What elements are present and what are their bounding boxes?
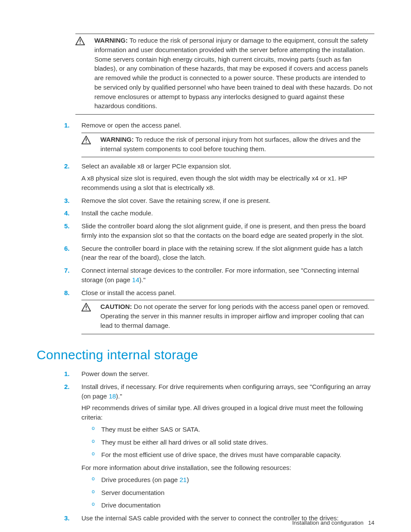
- warning-icon: [81, 135, 100, 154]
- warning-label: WARNING:: [94, 37, 128, 44]
- step-text: Slide the controller board along the slo…: [81, 221, 374, 240]
- caution-label: CAUTION:: [100, 303, 132, 310]
- step-number: 6.: [64, 244, 70, 253]
- svg-rect-5: [86, 309, 87, 310]
- svg-rect-4: [86, 306, 87, 308]
- page-link[interactable]: 21: [180, 476, 187, 483]
- warning-icon: [75, 36, 94, 111]
- step-text: Connect internal storage devices to the …: [81, 266, 374, 285]
- svg-rect-1: [80, 43, 81, 44]
- step-number: 1.: [64, 121, 70, 130]
- step-text: Close or install the access panel.: [81, 288, 374, 298]
- footer-section: Installation and configuration: [292, 520, 364, 526]
- caution-box: CAUTION: Do not operate the server for l…: [81, 300, 374, 334]
- step-number: 3.: [64, 196, 70, 205]
- sub-item: Server documentation: [92, 488, 374, 498]
- step-note: A x8 physical size slot is required, eve…: [81, 174, 374, 193]
- warning-text: WARNING: To reduce the risk of personal …: [94, 36, 374, 111]
- sub-item: They must be either all hard drives or a…: [92, 438, 374, 447]
- step-note: HP recommends drives of similar type. Al…: [81, 403, 374, 422]
- step-text: Select an available x8 or larger PCIe ex…: [81, 162, 374, 171]
- step-text: Install the cache module.: [81, 208, 374, 218]
- page-footer: Installation and configuration 14: [292, 519, 374, 527]
- sub-item: For the most efficient use of drive spac…: [92, 450, 374, 460]
- svg-rect-3: [86, 142, 87, 143]
- sub-item: They must be either SAS or SATA.: [92, 425, 374, 434]
- sub-item: Drive documentation: [92, 501, 374, 510]
- step-list-b: 2. Select an available x8 or larger PCIe…: [64, 162, 374, 334]
- footer-page: 14: [368, 520, 374, 526]
- page-link[interactable]: 14: [132, 276, 140, 283]
- sub-list: Drive procedures (on page 21) Server doc…: [92, 475, 374, 510]
- list-item: 2. Select an available x8 or larger PCIe…: [64, 162, 374, 192]
- warning-body: To reduce the risk of personal injury fr…: [100, 136, 361, 152]
- svg-rect-0: [80, 39, 81, 42]
- list-item: 2. Install drives, if necessary. For dri…: [64, 382, 374, 510]
- warning-body: To reduce the risk of personal injury or…: [94, 37, 372, 109]
- step-number: 2.: [64, 382, 70, 392]
- page-link[interactable]: 18: [109, 392, 116, 400]
- list-item: 7. Connect internal storage devices to t…: [64, 266, 374, 285]
- step-number: 1.: [64, 369, 70, 379]
- list-item: 1. Power down the server.: [64, 369, 374, 379]
- sub-list: They must be either SAS or SATA. They mu…: [92, 425, 374, 460]
- list-item: 1. Remove or open the access panel. WARN…: [64, 121, 374, 157]
- warning-text: WARNING: To reduce the risk of personal …: [100, 135, 374, 154]
- warning-box: WARNING: To reduce the risk of personal …: [81, 133, 374, 158]
- step-number: 7.: [64, 266, 70, 275]
- step-number: 8.: [64, 288, 70, 298]
- step-text: Install drives, if necessary. For drive …: [81, 382, 374, 401]
- step-number: 5.: [64, 221, 70, 231]
- list-item: 5. Slide the controller board along the …: [64, 221, 374, 240]
- step-number: 4.: [64, 208, 70, 218]
- sub-item: Drive procedures (on page 21): [92, 475, 374, 485]
- list-item: 8. Close or install the access panel. CA…: [64, 288, 374, 334]
- list-item: 6. Secure the controller board in place …: [64, 244, 374, 263]
- warning-box: WARNING: To reduce the risk of personal …: [75, 34, 374, 115]
- step-text: Remove or open the access panel.: [81, 121, 374, 130]
- list-item: 4. Install the cache module.: [64, 208, 374, 218]
- caution-text: CAUTION: Do not operate the server for l…: [100, 302, 374, 330]
- step-note: For more information about drive install…: [81, 463, 374, 473]
- step-number: 2.: [64, 162, 70, 171]
- step-list-a: 1. Remove or open the access panel. WARN…: [64, 121, 374, 157]
- list-item: 3. Remove the slot cover. Save the retai…: [64, 196, 374, 205]
- caution-icon: [81, 302, 100, 330]
- caution-body: Do not operate the server for long perio…: [100, 303, 369, 329]
- step-text: Remove the slot cover. Save the retainin…: [81, 196, 374, 205]
- step-list-c: 1. Power down the server. 2. Install dri…: [64, 369, 374, 523]
- warning-label: WARNING:: [100, 136, 134, 143]
- section-heading: Connecting internal storage: [37, 345, 374, 364]
- step-number: 3.: [64, 513, 70, 523]
- step-text: Secure the controller board in place wit…: [81, 244, 374, 263]
- step-text: Power down the server.: [81, 369, 374, 379]
- svg-rect-2: [86, 138, 87, 141]
